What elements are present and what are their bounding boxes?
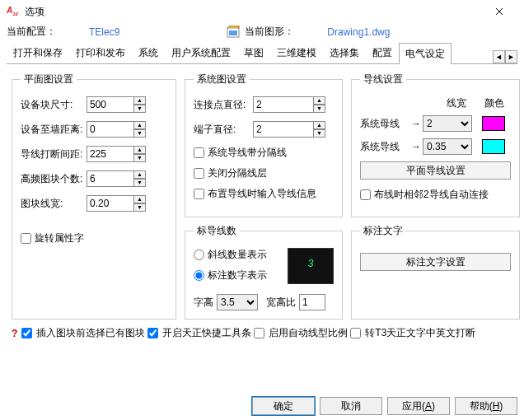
plan-wire-settings-button[interactable]: 平面导线设置 [360, 161, 511, 180]
tab-selection[interactable]: 选择集 [323, 42, 366, 63]
group-plan: 平面图设置 设备块尺寸: ▲▼ 设备至墙距离: ▲▼ 导线打断间距: ▲▼ 高频… [12, 72, 176, 320]
drawing-icon [227, 26, 240, 39]
tab-scroll-right[interactable]: ► [505, 50, 517, 63]
sep-line-label: 系统导线带分隔线 [208, 146, 287, 160]
opt-select-existing-label: 插入图块前选择已有图块 [36, 326, 145, 340]
group-wire-count: 标导线数 斜线数量表示 标注数字表示 3 字高 3.5 宽高比 [185, 224, 343, 320]
col-linewidth: 线宽 [447, 96, 466, 110]
break-gap-spinner[interactable]: ▲▼ [133, 146, 146, 162]
syswire-lw-select[interactable]: 0.35 [423, 138, 472, 155]
break-gap-input[interactable] [87, 146, 134, 162]
hf-count-spinner[interactable]: ▲▼ [133, 170, 146, 187]
opt-autolinetype-checkbox[interactable] [254, 328, 264, 338]
current-profile-value: TElec9 [89, 26, 119, 38]
block-lw-label: 图块线宽: [21, 197, 87, 211]
arrow-icon: → [409, 118, 423, 129]
syswire-label: 系统导线 [360, 140, 409, 154]
opt-toolbar-checkbox[interactable] [147, 328, 158, 338]
current-profile-label: 当前配置： [7, 25, 56, 39]
busbar-label: 系统母线 [360, 117, 409, 131]
group-system-legend: 系统图设置 [194, 72, 250, 86]
sep-line-checkbox[interactable] [194, 147, 204, 158]
help-button[interactable]: 帮助(H) [455, 397, 517, 415]
hf-count-label: 高频图块个数: [21, 172, 87, 186]
dialog-buttons: 确定 取消 应用(A) 帮助(H) [252, 397, 517, 415]
text-settings-button[interactable]: 标注文字设置 [360, 253, 511, 271]
tab-3d[interactable]: 三维建模 [270, 42, 323, 63]
block-size-label: 设备块尺寸: [21, 98, 87, 112]
char-height-label: 字高 [194, 296, 213, 310]
group-wire-count-legend: 标导线数 [194, 224, 240, 238]
conn-diam-label: 连接点直径: [194, 98, 253, 112]
config-row: 当前配置： TElec9 当前图形： Drawing1.dwg [0, 23, 524, 42]
prompt-info-checkbox[interactable] [194, 189, 204, 199]
opt-select-existing-checkbox[interactable] [21, 328, 32, 338]
tab-bar: 打开和保存 打印和发布 系统 用户系统配置 草图 三维建模 选择集 配置 电气设… [7, 42, 517, 64]
rotate-attr-label: 旋转属性字 [35, 231, 84, 245]
tab-print[interactable]: 打印和发布 [69, 42, 132, 63]
term-diam-label: 端子直径: [194, 123, 253, 137]
block-size-spinner[interactable]: ▲▼ [133, 96, 146, 113]
block-lw-spinner[interactable]: ▲▼ [133, 195, 146, 212]
aspect-input[interactable] [299, 294, 325, 310]
close-sep-checkbox[interactable] [194, 168, 204, 179]
opt-t3-checkbox[interactable] [350, 328, 361, 338]
break-gap-label: 导线打断间距: [21, 147, 87, 161]
tab-electrical[interactable]: 电气设定 [399, 43, 451, 64]
opt-toolbar-label: 开启天正快捷工具条 [162, 326, 251, 340]
wall-dist-label: 设备至墙距离: [21, 123, 87, 137]
svg-rect-1 [229, 30, 237, 35]
term-diam-spinner[interactable]: ▲▼ [313, 121, 325, 138]
tab-open-save[interactable]: 打开和保存 [7, 42, 69, 63]
slash-mode-radio[interactable] [194, 250, 204, 260]
close-icon [495, 7, 503, 16]
block-size-input[interactable] [87, 96, 134, 113]
current-drawing-value: Drawing1.dwg [327, 26, 390, 38]
slash-mode-label: 斜线数量表示 [208, 248, 267, 262]
wall-dist-spinner[interactable]: ▲▼ [133, 121, 146, 138]
cancel-button[interactable]: 取消 [320, 397, 382, 415]
block-lw-input[interactable] [87, 195, 134, 212]
window-title: 选项 [25, 5, 481, 19]
tab-sketch[interactable]: 草图 [237, 42, 270, 63]
digit-mode-radio[interactable] [194, 270, 204, 281]
hf-count-input[interactable] [87, 170, 134, 187]
tab-system[interactable]: 系统 [132, 42, 165, 63]
current-drawing-label: 当前图形： [245, 25, 294, 39]
close-button[interactable] [481, 0, 517, 23]
ok-button[interactable]: 确定 [252, 397, 315, 415]
app-icon: A10 [7, 6, 20, 17]
opt-autolinetype-label: 启用自动线型比例 [269, 326, 348, 340]
opt-t3-label: 转T3天正文字中英文打断 [365, 326, 475, 340]
aspect-label: 宽高比 [266, 296, 296, 310]
count-preview: 3 [288, 248, 334, 284]
tab-user[interactable]: 用户系统配置 [165, 42, 237, 63]
conn-diam-input[interactable] [253, 96, 314, 113]
group-text: 标注文字 标注文字设置 [351, 224, 520, 320]
prompt-info-label: 布置导线时输入导线信息 [208, 187, 316, 201]
syswire-color-swatch[interactable] [482, 139, 505, 154]
content-area: 平面图设置 设备块尺寸: ▲▼ 设备至墙距离: ▲▼ 导线打断间距: ▲▼ 高频… [0, 64, 524, 321]
titlebar: A10 选项 [0, 0, 524, 23]
apply-button[interactable]: 应用(A) [387, 397, 450, 415]
busbar-color-swatch[interactable] [482, 116, 505, 131]
group-wire-legend: 导线设置 [360, 72, 406, 86]
group-text-legend: 标注文字 [360, 224, 406, 238]
digit-mode-label: 标注数字表示 [208, 268, 267, 282]
busbar-lw-select[interactable]: 2 [423, 115, 472, 132]
auto-connect-checkbox[interactable] [360, 189, 371, 200]
close-sep-label: 关闭分隔线层 [208, 166, 267, 180]
tab-scroll-left[interactable]: ◄ [493, 50, 505, 63]
col-color: 颜色 [484, 96, 504, 110]
term-diam-input[interactable] [253, 121, 314, 138]
group-plan-legend: 平面图设置 [21, 72, 77, 86]
wall-dist-input[interactable] [87, 121, 134, 138]
group-system: 系统图设置 连接点直径: ▲▼ 端子直径: ▲▼ 系统导线带分隔线 关闭分隔线层… [185, 72, 343, 217]
help-hint-icon[interactable]: ? [12, 328, 17, 339]
char-height-select[interactable]: 3.5 [217, 294, 258, 310]
tab-profile[interactable]: 配置 [366, 42, 399, 63]
auto-connect-label: 布线时相邻2导线自动连接 [374, 188, 489, 202]
conn-diam-spinner[interactable]: ▲▼ [313, 96, 325, 113]
rotate-attr-checkbox[interactable] [21, 233, 31, 244]
footer-options: ? 插入图块前选择已有图块 开启天正快捷工具条 启用自动线型比例 转T3天正文字… [0, 321, 524, 345]
